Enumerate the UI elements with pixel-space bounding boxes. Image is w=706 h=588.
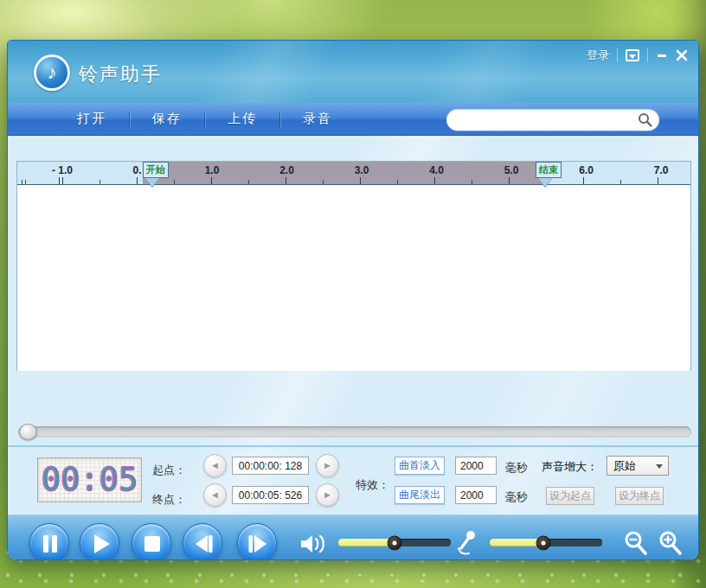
step-backward-button[interactable]: [183, 523, 222, 560]
zoom-out-icon: [622, 529, 651, 559]
app-window: ♪ 铃声助手 登录 打开保存上传录音: [7, 40, 699, 560]
pause-icon: [30, 524, 70, 560]
toolbar-button-0[interactable]: 打开: [55, 111, 129, 127]
toolbar-button-2[interactable]: 上传: [205, 111, 279, 127]
toolbar-button-3[interactable]: 录音: [280, 111, 355, 127]
toolbar-menu: 打开保存上传录音: [55, 103, 355, 135]
start-marker-label: 开始: [143, 162, 169, 178]
microphone-icon: [453, 529, 479, 559]
gain-label: 声音增大：: [542, 459, 598, 475]
fade-in-ms-field[interactable]: [455, 457, 497, 475]
start-time-field[interactable]: [232, 457, 309, 475]
waveform-panel: - 1.00.1.02.03.04.05.06.07.0 开始 结束: [16, 161, 691, 371]
ruler-label: 7.0: [654, 164, 669, 176]
end-marker-label: 结束: [536, 162, 562, 178]
volume-slider-thumb[interactable]: [388, 535, 402, 550]
volume-slider-fill: [338, 539, 395, 546]
ruler-label: - 1.0: [52, 164, 73, 176]
step-forward-icon: [238, 524, 278, 560]
start-marker[interactable]: 开始: [143, 162, 169, 187]
mic-slider-thumb[interactable]: [536, 535, 551, 550]
panel-divider: [8, 445, 698, 447]
search-input[interactable]: [457, 111, 630, 128]
login-button[interactable]: 登录: [587, 48, 609, 63]
close-icon: [676, 49, 688, 61]
end-time-field[interactable]: [232, 486, 309, 504]
stop-icon: [132, 524, 172, 560]
ruler-label: 5.0: [504, 164, 519, 176]
gain-select[interactable]: 原始: [607, 456, 669, 476]
ruler-label: 6.0: [579, 164, 594, 176]
dropdown-box-icon: [626, 49, 639, 61]
end-decrement-button[interactable]: ◄: [203, 483, 227, 507]
search-icon[interactable]: [637, 112, 653, 128]
player-bar: [8, 514, 698, 560]
ruler-label: 4.0: [429, 164, 444, 176]
toolbar: 打开保存上传录音: [8, 103, 698, 136]
ruler-label: 1.0: [205, 164, 220, 176]
fade-in-button[interactable]: 曲首淡入: [395, 457, 445, 475]
start-marker-pointer-icon: [145, 178, 159, 187]
play-icon: [80, 524, 120, 560]
titlebar-separator: [617, 48, 618, 62]
speaker-button[interactable]: [298, 531, 329, 559]
end-point-label: 终点：: [152, 492, 186, 508]
gain-selected-value: 原始: [613, 459, 636, 472]
titlebar-separator: [647, 48, 648, 62]
mic-volume-slider[interactable]: [490, 539, 602, 546]
step-forward-button[interactable]: [237, 523, 277, 560]
pause-button[interactable]: [29, 523, 69, 560]
app-logo-music-note-icon: ♪: [34, 54, 70, 91]
end-increment-button[interactable]: ►: [316, 483, 339, 507]
search-box[interactable]: [446, 109, 659, 131]
end-marker[interactable]: 结束: [536, 162, 562, 187]
start-point-label: 起点：: [152, 463, 186, 478]
step-backward-icon: [183, 524, 223, 560]
fade-out-ms-unit: 毫秒: [505, 489, 528, 505]
zoom-in-button[interactable]: [657, 529, 686, 560]
waveform-display[interactable]: [17, 185, 690, 371]
fade-in-ms-unit: 毫秒: [505, 460, 528, 476]
set-end-button[interactable]: 设为终点: [615, 487, 664, 505]
set-start-button[interactable]: 设为起点: [546, 487, 594, 505]
fade-out-button[interactable]: 曲尾淡出: [395, 486, 445, 504]
speaker-icon: [298, 531, 329, 557]
ruler-major-ticks: [17, 177, 690, 184]
timeline-ruler[interactable]: - 1.00.1.02.03.04.05.06.07.0 开始 结束: [17, 162, 690, 185]
end-marker-pointer-icon: [538, 178, 552, 187]
tray-dropdown-button[interactable]: [626, 49, 639, 61]
content-area: - 1.00.1.02.03.04.05.06.07.0 开始 结束 00:05…: [8, 136, 698, 514]
minimize-button[interactable]: [656, 49, 668, 61]
close-button[interactable]: [676, 49, 688, 61]
waveform-scrollbar[interactable]: [18, 426, 691, 438]
stop-button[interactable]: [132, 523, 171, 560]
start-decrement-button[interactable]: ◄: [203, 454, 227, 477]
ruler-label: 3.0: [355, 164, 369, 176]
play-button[interactable]: [80, 523, 119, 560]
zoom-in-icon: [657, 529, 686, 559]
app-title: 铃声助手: [79, 61, 162, 87]
zoom-out-button[interactable]: [622, 529, 651, 560]
scrollbar-thumb[interactable]: [19, 424, 37, 440]
time-display: 00:05: [37, 457, 142, 502]
start-increment-button[interactable]: ►: [316, 454, 339, 477]
ruler-label: 2.0: [279, 164, 294, 176]
volume-slider[interactable]: [338, 539, 451, 546]
minimize-icon: [656, 49, 668, 61]
toolbar-button-1[interactable]: 保存: [130, 111, 204, 127]
microphone-button[interactable]: [453, 529, 479, 560]
ruler-label: 0.: [132, 164, 141, 176]
fade-out-ms-field[interactable]: [455, 486, 497, 504]
effects-label: 特效：: [356, 477, 389, 493]
title-bar: ♪ 铃声助手 登录: [8, 41, 698, 103]
